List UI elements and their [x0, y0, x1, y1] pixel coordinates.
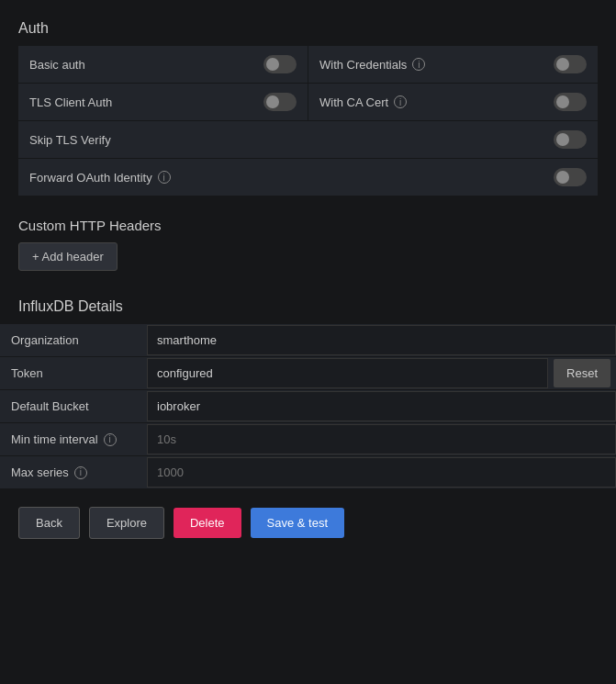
- org-row: Organization: [0, 324, 616, 356]
- save-test-button[interactable]: Save & test: [251, 508, 344, 538]
- delete-button[interactable]: Delete: [174, 508, 241, 538]
- tls-client-auth-toggle[interactable]: [263, 93, 297, 111]
- forward-oauth-row: Forward OAuth Identity i: [18, 159, 598, 196]
- with-ca-cert-label: With CA Cert i: [319, 95, 407, 109]
- with-ca-cert-toggle[interactable]: [554, 93, 587, 111]
- max-series-row: Max series i: [0, 456, 616, 488]
- with-credentials-toggle[interactable]: [554, 55, 587, 73]
- token-row: Token Reset: [0, 357, 616, 389]
- auth-left-col: Basic auth TLS Client Auth: [18, 46, 308, 120]
- with-ca-cert-row: With CA Cert i: [308, 84, 598, 120]
- token-label: Token: [0, 357, 147, 389]
- token-input[interactable]: [147, 358, 548, 388]
- min-time-interval-label: Min time interval i: [0, 423, 147, 455]
- org-input[interactable]: [147, 325, 616, 355]
- custom-headers-title: Custom HTTP Headers: [0, 203, 616, 242]
- min-time-interval-input[interactable]: [147, 424, 616, 454]
- with-credentials-info-icon[interactable]: i: [412, 58, 425, 71]
- influxdb-title: InfluxDB Details: [0, 289, 616, 324]
- max-series-info-icon[interactable]: i: [74, 466, 87, 479]
- skip-tls-verify-toggle[interactable]: [554, 130, 587, 149]
- basic-auth-label: Basic auth: [29, 58, 85, 72]
- default-bucket-input[interactable]: [147, 391, 616, 421]
- auth-title: Auth: [0, 9, 616, 46]
- forward-oauth-info-icon[interactable]: i: [158, 171, 171, 184]
- custom-headers-section: Custom HTTP Headers + Add header: [0, 203, 616, 289]
- with-credentials-label: With Credentials i: [319, 58, 425, 72]
- auth-section: Auth Basic auth TLS Client Auth With Cre…: [0, 9, 616, 196]
- with-credentials-row: With Credentials i: [308, 46, 598, 83]
- skip-tls-verify-label: Skip TLS Verify: [29, 133, 111, 147]
- back-button[interactable]: Back: [18, 507, 80, 539]
- influxdb-section: InfluxDB Details Organization Token Rese…: [0, 289, 616, 488]
- default-bucket-label: Default Bucket: [0, 390, 147, 422]
- tls-client-auth-label: TLS Client Auth: [29, 95, 112, 109]
- basic-auth-row: Basic auth: [18, 46, 308, 83]
- forward-oauth-toggle[interactable]: [554, 168, 587, 186]
- basic-auth-toggle[interactable]: [263, 55, 297, 73]
- tls-client-auth-row: TLS Client Auth: [18, 84, 308, 120]
- org-label: Organization: [0, 324, 147, 356]
- reset-button[interactable]: Reset: [554, 359, 610, 387]
- explore-button[interactable]: Explore: [89, 507, 164, 539]
- auth-right-col: With Credentials i With CA Cert i: [308, 46, 598, 120]
- skip-tls-verify-row: Skip TLS Verify: [18, 121, 598, 158]
- forward-oauth-label: Forward OAuth Identity i: [29, 171, 171, 185]
- with-ca-cert-info-icon[interactable]: i: [394, 95, 407, 108]
- min-time-interval-row: Min time interval i: [0, 423, 616, 455]
- add-header-button[interactable]: + Add header: [18, 242, 118, 271]
- auth-top-rows: Basic auth TLS Client Auth With Credenti…: [18, 46, 598, 120]
- footer-buttons: Back Explore Delete Save & test: [0, 488, 616, 557]
- min-time-interval-info-icon[interactable]: i: [104, 433, 117, 446]
- default-bucket-row: Default Bucket: [0, 390, 616, 422]
- max-series-input[interactable]: [147, 457, 616, 488]
- max-series-label: Max series i: [0, 456, 147, 488]
